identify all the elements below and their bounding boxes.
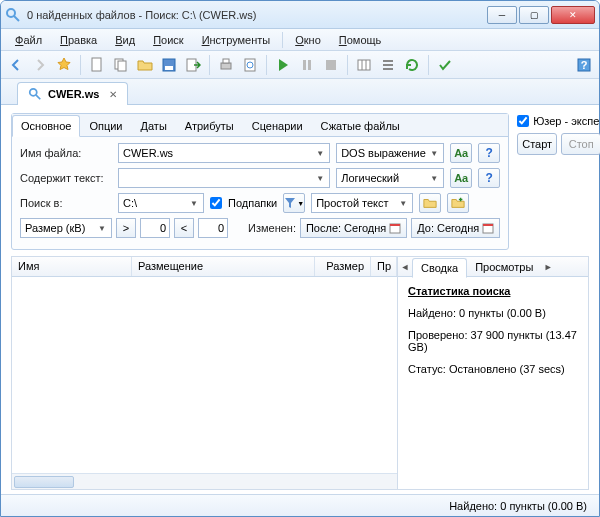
svg-rect-9 [223, 59, 229, 63]
contains-mode-select[interactable]: Логический▼ [336, 168, 444, 188]
menu-search[interactable]: Поиск [145, 32, 191, 48]
print-button[interactable] [215, 54, 237, 76]
subtab-dates[interactable]: Даты [132, 115, 176, 137]
start-button[interactable]: Старт [517, 133, 557, 155]
preview-button[interactable] [239, 54, 261, 76]
results-scrollbar[interactable] [12, 473, 397, 489]
sidetab-views[interactable]: Просмотры [467, 258, 541, 276]
contains-input[interactable]: ▼ [118, 168, 330, 188]
filter-button[interactable]: ▼ [283, 193, 305, 213]
svg-rect-13 [308, 60, 311, 70]
tabnav-left[interactable]: ◄ [398, 262, 412, 272]
open-folder-button[interactable] [134, 54, 156, 76]
browse-folder-button[interactable] [419, 193, 441, 213]
subtab-scripts[interactable]: Сценарии [243, 115, 312, 137]
size-lt-button[interactable]: < [174, 218, 194, 238]
minimize-button[interactable]: ─ [487, 6, 517, 24]
history-back-button[interactable] [5, 54, 27, 76]
copy-button[interactable] [110, 54, 132, 76]
menu-help[interactable]: Помощь [331, 32, 390, 48]
content-type-select[interactable]: Простой текст▼ [311, 193, 413, 213]
svg-rect-15 [358, 60, 370, 70]
results-body[interactable] [12, 277, 397, 473]
before-date-button[interactable]: До: Сегодня [411, 218, 500, 238]
toolbar: ? [1, 51, 599, 79]
size-max-input[interactable] [198, 218, 228, 238]
save-button[interactable] [158, 54, 180, 76]
contains-help-button[interactable]: ? [478, 168, 500, 188]
action-panel: Юзер - эксперт Старт Стоп [517, 113, 600, 250]
tab-close-button[interactable]: ✕ [109, 89, 117, 100]
browse-add-button[interactable] [447, 193, 469, 213]
export-button[interactable] [182, 54, 204, 76]
svg-rect-14 [326, 60, 336, 70]
pause-button[interactable] [296, 54, 318, 76]
filename-mode-select[interactable]: DOS выражение▼ [336, 143, 444, 163]
modified-label: Изменен: [248, 222, 296, 234]
size-min-input[interactable] [140, 218, 170, 238]
menubar: Файл Правка Вид Поиск Инструменты Окно П… [1, 29, 599, 51]
stats-status: Статус: Остановлено (37 secs) [408, 363, 578, 375]
menu-window[interactable]: Окно [287, 32, 329, 48]
stats-found: Найдено: 0 пункты (0.00 B) [408, 307, 578, 319]
search-subtabs: Основное Опции Даты Атрибуты Сценарии Сж… [12, 114, 508, 137]
menu-view[interactable]: Вид [107, 32, 143, 48]
mark-button[interactable] [434, 54, 456, 76]
contains-case-button[interactable]: Aa [450, 168, 472, 188]
refresh-button[interactable] [401, 54, 423, 76]
stop-button-panel[interactable]: Стоп [561, 133, 600, 155]
svg-rect-8 [221, 63, 231, 69]
stats-header: Статистика поиска [408, 285, 578, 297]
expert-mode-checkbox[interactable] [517, 115, 529, 127]
maximize-button[interactable]: ▢ [519, 6, 549, 24]
col-pr[interactable]: Пр [371, 257, 397, 276]
svg-point-0 [7, 9, 15, 17]
size-unit-select[interactable]: Размер (кВ)▼ [20, 218, 112, 238]
svg-line-24 [36, 95, 40, 99]
menu-file[interactable]: Файл [7, 32, 50, 48]
list-view-button[interactable] [377, 54, 399, 76]
search-icon [28, 87, 42, 101]
filename-label: Имя файла: [20, 147, 112, 159]
svg-rect-12 [303, 60, 306, 70]
new-doc-button[interactable] [86, 54, 108, 76]
svg-rect-26 [390, 224, 400, 226]
search-panel: Основное Опции Даты Атрибуты Сценарии Сж… [11, 113, 509, 250]
svg-rect-2 [92, 58, 101, 71]
expert-mode-label: Юзер - эксперт [533, 115, 600, 127]
size-gt-button[interactable]: > [116, 218, 136, 238]
subfolders-checkbox[interactable] [210, 197, 222, 209]
lookin-label: Поиск в: [20, 197, 112, 209]
filename-help-button[interactable]: ? [478, 143, 500, 163]
history-fwd-button[interactable] [29, 54, 51, 76]
case-sensitive-button[interactable]: Aa [450, 143, 472, 163]
subtab-attributes[interactable]: Атрибуты [176, 115, 243, 137]
col-location[interactable]: Размещение [132, 257, 315, 276]
document-tab[interactable]: CWER.ws ✕ [17, 82, 128, 105]
stats-scanned: Проверено: 37 900 пункты (13.47 GB) [408, 329, 578, 353]
svg-point-23 [30, 89, 37, 96]
menu-tools[interactable]: Инструменты [194, 32, 279, 48]
favorite-button[interactable] [53, 54, 75, 76]
start-search-button[interactable] [272, 54, 294, 76]
menu-edit[interactable]: Правка [52, 32, 105, 48]
subtab-main[interactable]: Основное [12, 115, 80, 137]
subtab-options[interactable]: Опции [80, 115, 131, 137]
sidetab-summary[interactable]: Сводка [412, 258, 467, 278]
stop-button[interactable] [320, 54, 342, 76]
window-title: 0 найденных файлов - Поиск: C:\ (CWER.ws… [27, 9, 485, 21]
status-text: Найдено: 0 пункты (0.00 B) [449, 500, 587, 512]
tabnav-right[interactable]: ► [541, 262, 555, 272]
col-size[interactable]: Размер [315, 257, 371, 276]
after-date-button[interactable]: После: Сегодня [300, 218, 407, 238]
svg-rect-28 [483, 224, 493, 226]
col-name[interactable]: Имя [12, 257, 132, 276]
columns-button[interactable] [353, 54, 375, 76]
calendar-icon [482, 222, 494, 234]
help-topics-button[interactable]: ? [573, 54, 595, 76]
filename-input[interactable]: CWER.ws▼ [118, 143, 330, 163]
lookin-path-select[interactable]: C:\▼ [118, 193, 204, 213]
titlebar: 0 найденных файлов - Поиск: C:\ (CWER.ws… [1, 1, 599, 29]
close-button[interactable]: ✕ [551, 6, 595, 24]
subtab-compressed[interactable]: Сжатые файлы [312, 115, 409, 137]
